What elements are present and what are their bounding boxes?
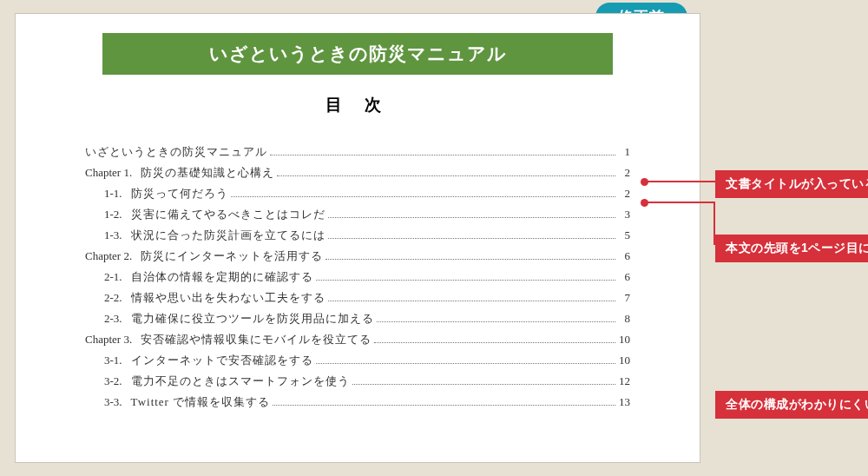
toc-entry-number: 3-1. bbox=[104, 354, 122, 366]
toc-leader-dots bbox=[273, 405, 615, 406]
toc-entry: Chapter 1.防災の基礎知識と心構え2 bbox=[85, 167, 630, 179]
toc-entry-text: 自治体の情報を定期的に確認する bbox=[131, 271, 313, 282]
toc-entry-number: Chapter 3. bbox=[85, 334, 132, 345]
toc-entry: 2-2.情報や思い出を失わない工夫をする7 bbox=[85, 292, 630, 304]
connector-line bbox=[644, 202, 715, 203]
toc-entry-page: 1 bbox=[618, 146, 630, 157]
toc-entry-page: 5 bbox=[618, 229, 630, 241]
toc-entry: 3-1.インターネットで安否確認をする10 bbox=[85, 354, 630, 367]
toc-entry-text: 防災って何だろう bbox=[131, 188, 228, 199]
toc-leader-dots bbox=[377, 321, 615, 322]
toc-entry-text: Twitter で情報を収集する bbox=[131, 396, 271, 407]
toc-entry-page: 2 bbox=[618, 167, 630, 178]
toc-entry: いざというときの防災マニュアル1 bbox=[85, 146, 630, 158]
toc-entry-number: Chapter 1. bbox=[85, 167, 132, 178]
toc-entry-page: 13 bbox=[618, 396, 630, 407]
toc-entry-page: 6 bbox=[618, 250, 630, 261]
document-page: いざというときの防災マニュアル 目 次 いざというときの防災マニュアル1Chap… bbox=[15, 13, 700, 463]
callout-structure-unclear: 全体の構成がわかりにくい bbox=[715, 391, 868, 419]
toc-leader-dots bbox=[316, 363, 615, 364]
toc-leader-dots bbox=[328, 238, 615, 239]
toc-entry-page: 8 bbox=[618, 313, 630, 324]
toc-entry-text: 防災の基礎知識と心構え bbox=[141, 167, 274, 178]
toc-entry-page: 12 bbox=[618, 375, 630, 387]
connector-line bbox=[713, 202, 715, 245]
callout-title-included: 文書タイトルが入っている bbox=[715, 170, 868, 198]
toc-entry-number: 1-1. bbox=[104, 188, 122, 199]
toc-entry-text: 安否確認や情報収集にモバイルを役立てる bbox=[141, 334, 372, 345]
toc-entry: 1-2.災害に備えてやるべきことはコレだ3 bbox=[85, 208, 630, 221]
toc-entry-number: Chapter 2. bbox=[85, 250, 132, 261]
connector-line bbox=[644, 181, 715, 182]
toc-entry-page: 10 bbox=[618, 354, 630, 366]
toc-entry-number: 3-2. bbox=[104, 375, 122, 387]
toc-entry: Chapter 3.安否確認や情報収集にモバイルを役立てる10 bbox=[85, 334, 630, 346]
toc-leader-dots bbox=[326, 259, 615, 260]
connector-dot-icon bbox=[641, 199, 648, 207]
toc-leader-dots bbox=[277, 175, 615, 176]
toc-entry-text: いざというときの防災マニュアル bbox=[85, 146, 267, 157]
toc-leader-dots bbox=[352, 384, 615, 385]
toc-entry: 3-3.Twitter で情報を収集する13 bbox=[85, 396, 630, 408]
toc-entry-text: 状況に合った防災計画を立てるには bbox=[131, 229, 326, 241]
toc-entry: 2-1.自治体の情報を定期的に確認する6 bbox=[85, 271, 630, 283]
toc-entry-number: 1-2. bbox=[104, 208, 122, 220]
toc-entry-page: 10 bbox=[618, 334, 630, 345]
toc-entry-number: 2-2. bbox=[104, 292, 122, 303]
callout-page-one: 本文の先頭を1ページ目にしたい bbox=[715, 235, 868, 262]
title-banner: いざというときの防災マニュアル bbox=[102, 33, 613, 75]
toc-entry-page: 7 bbox=[618, 292, 630, 303]
toc-entry-text: 電力確保に役立つツールを防災用品に加える bbox=[131, 313, 374, 324]
toc-entry: 1-1.防災って何だろう2 bbox=[85, 188, 630, 200]
toc-leader-dots bbox=[374, 342, 615, 343]
toc-entry-number: 1-3. bbox=[104, 229, 122, 241]
toc-leader-dots bbox=[270, 155, 615, 155]
toc-entry-text: 情報や思い出を失わない工夫をする bbox=[131, 292, 326, 303]
toc-leader-dots bbox=[316, 280, 615, 281]
toc-list: いざというときの防災マニュアル1Chapter 1.防災の基礎知識と心構え21-… bbox=[85, 146, 630, 408]
toc-entry: Chapter 2.防災にインターネットを活用する6 bbox=[85, 250, 630, 262]
toc-entry-page: 6 bbox=[618, 271, 630, 282]
toc-leader-dots bbox=[231, 196, 615, 197]
toc-entry: 2-3.電力確保に役立つツールを防災用品に加える8 bbox=[85, 313, 630, 325]
toc-entry-text: 防災にインターネットを活用する bbox=[141, 250, 323, 261]
toc-heading: 目 次 bbox=[85, 94, 630, 116]
toc-entry-text: インターネットで安否確認をする bbox=[131, 354, 313, 366]
toc-entry-page: 3 bbox=[618, 208, 630, 220]
connector-dot-icon bbox=[641, 178, 648, 186]
toc-entry-number: 2-3. bbox=[104, 313, 122, 324]
toc-leader-dots bbox=[328, 217, 615, 218]
toc-entry: 1-3.状況に合った防災計画を立てるには5 bbox=[85, 229, 630, 241]
toc-entry-text: 電力不足のときはスマートフォンを使う bbox=[131, 375, 350, 387]
toc-entry: 3-2.電力不足のときはスマートフォンを使う12 bbox=[85, 375, 630, 387]
toc-entry-number: 3-3. bbox=[104, 396, 122, 407]
toc-leader-dots bbox=[328, 301, 615, 301]
toc-entry-number: 2-1. bbox=[104, 271, 122, 282]
toc-entry-text: 災害に備えてやるべきことはコレだ bbox=[131, 208, 326, 220]
toc-entry-page: 2 bbox=[618, 188, 630, 199]
